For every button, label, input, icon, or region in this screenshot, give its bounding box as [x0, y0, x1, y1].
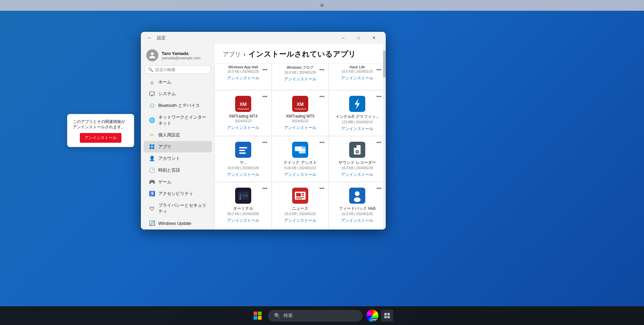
- sidebar-item-bluetooth[interactable]: ⬡ Bluetooth とデバイス: [144, 100, 212, 111]
- sidebar-item-accessibility[interactable]: ♿ アクセシビリティ: [144, 188, 212, 199]
- app-meta: 2024/01/23: [235, 119, 252, 123]
- svg-point-37: [355, 191, 360, 196]
- close-button[interactable]: ✕: [366, 32, 382, 43]
- app-name: クイック アシスト: [283, 160, 317, 166]
- uninstall-button[interactable]: アンインストール: [284, 172, 316, 178]
- app-name: マ...: [239, 160, 247, 166]
- scrollbar-track: [383, 44, 386, 230]
- sidebar-item-network[interactable]: 🌐 ネットワークとインターネット: [144, 112, 212, 129]
- sidebar-item-label: プライバシーとセキュリティ: [158, 202, 207, 214]
- app-icon: [349, 188, 365, 204]
- app-menu-button[interactable]: •••: [261, 93, 269, 100]
- uninstall-button[interactable]: アンインストール: [341, 218, 373, 223]
- app-card-soundrecorder: ••• サウンド レコーダー 16.: [329, 136, 386, 182]
- sidebar-item-label: アクセシビリティ: [158, 191, 193, 197]
- app-menu-button[interactable]: •••: [261, 66, 269, 73]
- app-menu-button[interactable]: •••: [318, 185, 326, 192]
- sidebar-item-account[interactable]: 👤 アカウント: [144, 153, 212, 164]
- sidebar-item-home[interactable]: ⌂ ホーム: [144, 76, 212, 88]
- sidebar-item-label: ホーム: [158, 79, 171, 85]
- app-menu-button[interactable]: •••: [318, 66, 326, 73]
- breadcrumb-separator: ›: [244, 51, 246, 58]
- svg-rect-3: [150, 147, 152, 149]
- sidebar-item-label: システム: [158, 91, 176, 97]
- uninstall-button[interactable]: アンインストール: [227, 75, 259, 81]
- app-card-intel: ••• インテル® グラフィッ... 123 MB | 2024/02/14 ア…: [329, 90, 386, 136]
- app-name: Windows ブログ: [287, 65, 314, 70]
- app-meta: 16.0 KB | 2024/01/25: [341, 70, 373, 73]
- app-icon: [235, 142, 251, 158]
- svg-rect-1: [150, 144, 152, 146]
- app-menu-button[interactable]: •••: [261, 185, 269, 192]
- main-area: Taro Yamada yamada@example.com 🔍 ⌂ ホーム: [141, 44, 386, 230]
- uninstall-button[interactable]: アンインストール: [284, 76, 316, 82]
- apps-partial-top: ••• Windows App Hall 16.0 KB | 2024/01/2…: [215, 63, 386, 90]
- top-bar: [0, 0, 644, 11]
- bluetooth-icon: ⬡: [149, 103, 155, 109]
- sidebar-item-system[interactable]: システム: [144, 88, 212, 100]
- uninstall-button[interactable]: アンインストール: [227, 125, 259, 131]
- uninstall-button[interactable]: アンインストール: [341, 172, 373, 178]
- app-card-partial-1: ••• Windows App Hall 16.0 KB | 2024/01/2…: [215, 63, 272, 90]
- start-button[interactable]: [251, 309, 264, 322]
- svg-rect-4: [152, 147, 154, 149]
- taskbar-search[interactable]: 🔍 検索: [268, 310, 362, 321]
- uninstall-button[interactable]: アンインストール: [284, 218, 316, 223]
- sidebar-item-label: Windows Update: [158, 221, 191, 226]
- sidebar-item-gaming[interactable]: 🎮 ゲーム: [144, 176, 212, 188]
- svg-rect-39: [254, 312, 257, 315]
- app-card-xmmt5: ••• XM TRADING XMTrading MT5 2024/01/22 …: [272, 90, 329, 136]
- scrollbar-thumb[interactable]: [383, 51, 386, 77]
- sidebar-item-personalize[interactable]: ✏ 個人用設定: [144, 129, 212, 141]
- apps-row-3: ••• マ... 16.0 KB | 2024/01/29 アンインストール: [215, 136, 386, 182]
- svg-rect-46: [387, 316, 390, 318]
- settings-search-input[interactable]: [155, 67, 208, 72]
- app-icon: [292, 142, 308, 158]
- colorwheel-icon[interactable]: PRE: [366, 310, 378, 322]
- app-menu-button[interactable]: •••: [375, 66, 383, 73]
- taskbar-icons: PRE: [366, 310, 393, 322]
- app-menu-button[interactable]: •••: [318, 139, 326, 146]
- app-menu-button[interactable]: •••: [318, 93, 326, 100]
- sidebar-item-apps[interactable]: アプリ: [144, 141, 212, 152]
- widget-icon[interactable]: [381, 310, 393, 322]
- uninstall-button[interactable]: アンインストール: [227, 218, 259, 223]
- search-icon: 🔍: [148, 67, 153, 72]
- svg-rect-2: [152, 144, 154, 146]
- network-icon: 🌐: [149, 117, 155, 123]
- breadcrumb-parent: アプリ: [223, 50, 241, 58]
- sidebar-item-time[interactable]: 🕐 時刻と言語: [144, 165, 212, 176]
- maximize-button[interactable]: □: [351, 32, 366, 43]
- uninstall-button[interactable]: アンインストール: [341, 75, 373, 81]
- app-menu-button[interactable]: •••: [261, 139, 269, 146]
- apps-icon: [149, 144, 155, 150]
- account-icon: 👤: [149, 155, 155, 161]
- app-name: インテル® グラフィッ...: [335, 114, 379, 120]
- app-name: フィードバック Hub: [339, 206, 375, 211]
- app-meta: 2024/01/22: [292, 119, 309, 123]
- minimize-button[interactable]: ─: [335, 32, 351, 43]
- uninstall-button[interactable]: アンインストール: [227, 172, 259, 178]
- sidebar-item-label: ゲーム: [158, 179, 171, 185]
- confirm-uninstall-button[interactable]: アンインストール: [80, 133, 121, 143]
- user-profile: Taro Yamada yamada@example.com: [141, 47, 215, 65]
- taskbar-search-icon: 🔍: [274, 313, 281, 319]
- settings-search-box[interactable]: 🔍: [145, 65, 211, 74]
- taskbar-search-text: 検索: [283, 313, 293, 319]
- back-button[interactable]: ←: [145, 33, 154, 43]
- sidebar-item-privacy[interactable]: 🛡 プライバシーとセキュリティ: [144, 200, 212, 217]
- app-meta: 16.0 KB | 2024/01/29: [284, 71, 316, 74]
- svg-rect-35: [296, 198, 302, 199]
- svg-rect-34: [296, 197, 304, 198]
- app-card-partial-2: ••• Windows ブログ 16.0 KB | 2024/01/29 アンイ…: [272, 63, 329, 90]
- app-menu-button[interactable]: •••: [375, 139, 383, 146]
- app-menu-button[interactable]: •••: [375, 185, 383, 192]
- app-name: ターミナル: [233, 206, 253, 211]
- breadcrumb-current: インストールされているアプリ: [248, 49, 356, 59]
- uninstall-button[interactable]: アンインストール: [341, 126, 373, 132]
- app-card-quickassist: ••• クイック アシスト 8.00 KB | 2024/01/22 アンインス: [272, 136, 329, 182]
- sidebar-item-winupdate[interactable]: 🔄 Windows Update: [144, 217, 212, 229]
- app-menu-button[interactable]: •••: [375, 93, 383, 100]
- uninstall-button[interactable]: アンインストール: [284, 125, 316, 131]
- app-icon: [292, 188, 308, 204]
